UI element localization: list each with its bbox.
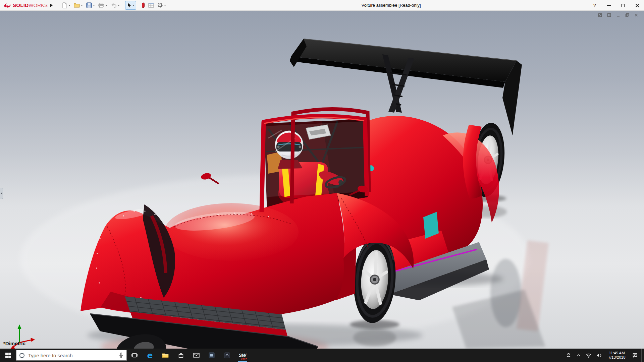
file-explorer-button[interactable] <box>158 349 173 362</box>
undo-button[interactable] <box>109 1 121 10</box>
brand-works: WORKS <box>29 2 48 8</box>
hidden-icons-button[interactable] <box>574 349 584 362</box>
design-table-icon <box>148 3 154 8</box>
store-button[interactable] <box>173 349 189 362</box>
minimize-button[interactable] <box>602 0 616 11</box>
task-view-icon <box>131 352 138 358</box>
dropdown-caret[interactable] <box>93 5 95 6</box>
clock-date: 7/13/2018 <box>604 355 629 360</box>
brand-solid: SOLID <box>13 2 29 8</box>
file-explorer-icon <box>162 353 169 358</box>
brand-text: SOLIDWORKS <box>13 2 48 8</box>
action-center-icon <box>632 353 638 358</box>
system-tray: 11:45 AM 7/13/2018 <box>564 349 644 362</box>
split-pane-button[interactable] <box>607 13 611 17</box>
maximize-button[interactable] <box>616 0 630 11</box>
solidworks-logo: SOLIDWORKS <box>0 2 49 8</box>
dropdown-caret[interactable] <box>132 5 135 6</box>
doc-close-button[interactable] <box>634 13 639 17</box>
microphone-icon[interactable] <box>119 352 123 358</box>
dropdown-caret[interactable] <box>164 5 166 6</box>
speaker-icon <box>596 353 601 358</box>
save-button[interactable] <box>85 1 96 10</box>
show-desktop-button[interactable] <box>641 349 644 362</box>
search-input[interactable] <box>28 352 116 359</box>
people-button[interactable] <box>564 349 574 362</box>
feature-tree-collapse-tab[interactable] <box>0 188 3 199</box>
window-controls: ? <box>588 0 644 11</box>
taskbar-search[interactable] <box>16 350 127 361</box>
volume-button[interactable] <box>594 349 604 362</box>
store-icon <box>178 353 184 358</box>
dropdown-caret[interactable] <box>81 5 83 6</box>
view-orientation-label: *Dimetric <box>3 341 25 346</box>
windows-logo-icon <box>5 353 11 358</box>
appearance-button[interactable] <box>140 1 146 10</box>
people-icon <box>566 353 571 358</box>
taskbar: e SW2017 <box>0 349 644 362</box>
print-button[interactable] <box>97 1 109 10</box>
options-button[interactable] <box>156 1 167 10</box>
graphics-area[interactable]: *Dimetric <box>0 11 644 349</box>
document-window-controls <box>598 13 639 17</box>
app-icon-1 <box>209 352 215 358</box>
titlebar: SOLIDWORKS <box>0 0 644 11</box>
cortana-icon <box>19 353 24 358</box>
doc-restore-button[interactable] <box>625 13 630 17</box>
appearance-icon <box>142 2 145 8</box>
restore-pane-button[interactable] <box>598 13 602 17</box>
app-icon-2 <box>224 352 230 358</box>
toolbar-flyout-arrow[interactable] <box>50 4 53 7</box>
sw-year: 2017 <box>241 358 247 361</box>
select-cursor-icon <box>127 2 131 8</box>
new-document-button[interactable] <box>61 1 72 10</box>
close-button[interactable] <box>630 0 644 11</box>
edge-button[interactable]: e <box>142 349 158 362</box>
minimize-icon <box>607 5 611 6</box>
solidworks-logo-mark <box>3 2 11 8</box>
edge-icon: e <box>147 351 153 360</box>
dropdown-caret[interactable] <box>118 5 120 6</box>
doc-minimize-button[interactable] <box>616 13 621 17</box>
app-button-2[interactable] <box>219 349 235 362</box>
close-icon <box>635 3 639 8</box>
network-button[interactable] <box>584 349 594 362</box>
document-title: Voiture assemblee [Read-only] <box>361 3 421 8</box>
maximize-icon <box>621 4 625 7</box>
dropdown-caret[interactable] <box>68 5 70 6</box>
open-folder-icon <box>74 3 80 8</box>
standard-toolbar <box>61 1 167 10</box>
print-icon <box>98 3 104 8</box>
design-table-button[interactable] <box>147 1 155 10</box>
sw-label: SW <box>239 353 247 358</box>
3d-viewport-canvas[interactable] <box>0 11 644 349</box>
solidworks-taskbar-button[interactable]: SW2017 <box>235 349 250 362</box>
app-button-1[interactable] <box>204 349 219 362</box>
undo-icon <box>111 3 117 8</box>
gear-icon <box>157 2 163 8</box>
hood-dome-highlight <box>164 203 299 261</box>
chevron-up-icon <box>576 353 581 358</box>
dropdown-caret[interactable] <box>105 5 107 6</box>
mail-icon <box>193 353 200 358</box>
taskbar-clock[interactable]: 11:45 AM 7/13/2018 <box>604 351 630 360</box>
start-button[interactable] <box>0 349 16 362</box>
action-center-button[interactable] <box>630 349 640 362</box>
wifi-icon <box>586 353 592 358</box>
task-view-button[interactable] <box>127 349 142 362</box>
select-button[interactable] <box>125 1 136 10</box>
solidworks-app-icon: SW2017 <box>239 353 247 358</box>
clock-time: 11:45 AM <box>604 351 629 355</box>
open-button[interactable] <box>72 1 84 10</box>
collapse-arrow-icon <box>1 192 2 195</box>
new-document-icon <box>62 2 67 8</box>
help-button[interactable]: ? <box>588 0 602 11</box>
windshield-glass <box>264 121 366 197</box>
save-icon <box>86 2 92 8</box>
mail-button[interactable] <box>189 349 204 362</box>
